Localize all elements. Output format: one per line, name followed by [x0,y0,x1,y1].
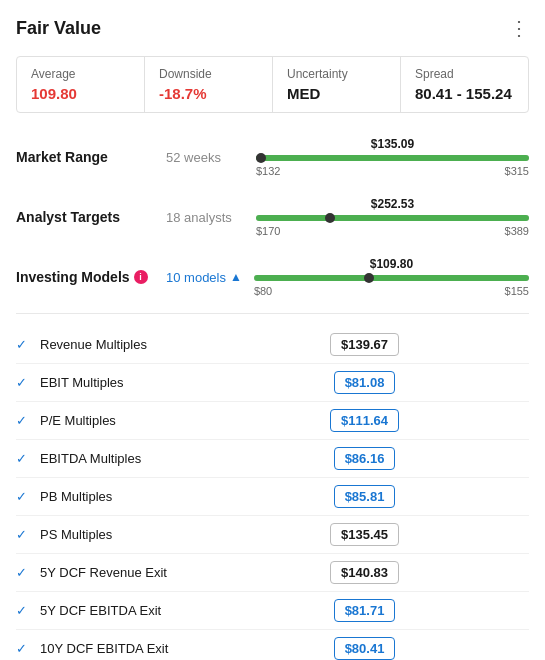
check-icon: ✓ [16,489,40,504]
market-range-labels: $132 $315 [256,165,529,177]
investing-models-min: $80 [254,285,272,297]
investing-models-dot [364,273,374,283]
market-range-track-container: $135.09 $132 $315 [256,137,529,177]
market-range-track [256,155,529,161]
check-icon: ✓ [16,603,40,618]
panel-header: Fair Value ⋮ [16,16,529,40]
model-row: ✓5Y DCF EBITDA Exit$81.71 [16,592,529,630]
stat-uncertainty-label: Uncertainty [287,67,386,81]
stat-downside: Downside -18.7% [145,57,273,112]
model-name: P/E Multiples [40,413,200,428]
analyst-targets-track [256,215,529,221]
analyst-targets-current: $252.53 [256,197,529,211]
stat-downside-label: Downside [159,67,258,81]
stat-spread-label: Spread [415,67,514,81]
investing-models-max: $155 [505,285,529,297]
models-divider [16,313,529,314]
model-value-badge: $139.67 [330,333,399,356]
model-name: PS Multiples [40,527,200,542]
model-row: ✓Revenue Multiples$139.67 [16,326,529,364]
model-row: ✓10Y DCF EBITDA Exit$80.41 [16,630,529,660]
check-icon: ✓ [16,565,40,580]
model-name: 5Y DCF EBITDA Exit [40,603,200,618]
model-name: PB Multiples [40,489,200,504]
fair-value-panel: Fair Value ⋮ Average 109.80 Downside -18… [0,0,545,660]
market-range-label: Market Range [16,149,166,165]
model-value-badge: $86.16 [334,447,396,470]
stat-average: Average 109.80 [17,57,145,112]
models-list: ✓Revenue Multiples$139.67✓EBIT Multiples… [16,326,529,660]
model-value-badge: $135.45 [330,523,399,546]
market-range-dot [256,153,266,163]
stats-bar: Average 109.80 Downside -18.7% Uncertain… [16,56,529,113]
model-value-badge: $81.71 [334,599,396,622]
market-range-max: $315 [505,165,529,177]
analyst-targets-labels: $170 $389 [256,225,529,237]
analyst-targets-max: $389 [505,225,529,237]
check-icon: ✓ [16,337,40,352]
market-range-min: $132 [256,165,280,177]
market-range-sublabel: 52 weeks [166,150,256,165]
analyst-targets-section: Analyst Targets 18 analysts $252.53 $170… [16,197,529,237]
model-value-badge: $140.83 [330,561,399,584]
stat-uncertainty-value: MED [287,85,386,102]
model-name: 10Y DCF EBITDA Exit [40,641,200,656]
investing-models-track-container: $109.80 $80 $155 [254,257,529,297]
model-row: ✓P/E Multiples$111.64 [16,402,529,440]
model-name: 5Y DCF Revenue Exit [40,565,200,580]
stat-downside-value: -18.7% [159,85,258,102]
market-range-current: $135.09 [256,137,529,151]
model-row: ✓5Y DCF Revenue Exit$140.83 [16,554,529,592]
more-options-icon[interactable]: ⋮ [509,16,529,40]
model-value-badge: $80.41 [334,637,396,660]
model-name: Revenue Multiples [40,337,200,352]
models-toggle-label: 10 models [166,270,226,285]
investing-models-labels: $80 $155 [254,285,529,297]
model-value-badge: $111.64 [330,409,399,432]
model-value-badge: $85.81 [334,485,396,508]
analyst-targets-label: Analyst Targets [16,209,166,225]
model-name: EBIT Multiples [40,375,200,390]
check-icon: ✓ [16,527,40,542]
stat-uncertainty: Uncertainty MED [273,57,401,112]
model-row: ✓PS Multiples$135.45 [16,516,529,554]
investing-models-current: $109.80 [254,257,529,271]
check-icon: ✓ [16,375,40,390]
stat-average-value: 109.80 [31,85,130,102]
investing-models-title: Investing Models i [16,269,166,285]
chevron-up-icon: ▲ [230,270,242,284]
models-toggle[interactable]: 10 models ▲ [166,270,242,285]
market-range-section: Market Range 52 weeks $135.09 $132 $315 [16,137,529,177]
stat-spread: Spread 80.41 - 155.24 [401,57,528,112]
model-value-badge: $81.08 [334,371,396,394]
analyst-targets-min: $170 [256,225,280,237]
check-icon: ✓ [16,413,40,428]
stat-average-label: Average [31,67,130,81]
model-row: ✓EBIT Multiples$81.08 [16,364,529,402]
investing-models-info-icon[interactable]: i [134,270,148,284]
model-row: ✓PB Multiples$85.81 [16,478,529,516]
stat-spread-value: 80.41 - 155.24 [415,85,514,102]
panel-title: Fair Value [16,18,101,39]
analyst-targets-sublabel: 18 analysts [166,210,256,225]
check-icon: ✓ [16,641,40,656]
analyst-targets-dot [325,213,335,223]
model-name: EBITDA Multiples [40,451,200,466]
investing-models-header: Investing Models i 10 models ▲ $109.80 $… [16,257,529,297]
investing-models-label: Investing Models [16,269,130,285]
model-row: ✓EBITDA Multiples$86.16 [16,440,529,478]
investing-models-track [254,275,529,281]
analyst-targets-track-container: $252.53 $170 $389 [256,197,529,237]
check-icon: ✓ [16,451,40,466]
